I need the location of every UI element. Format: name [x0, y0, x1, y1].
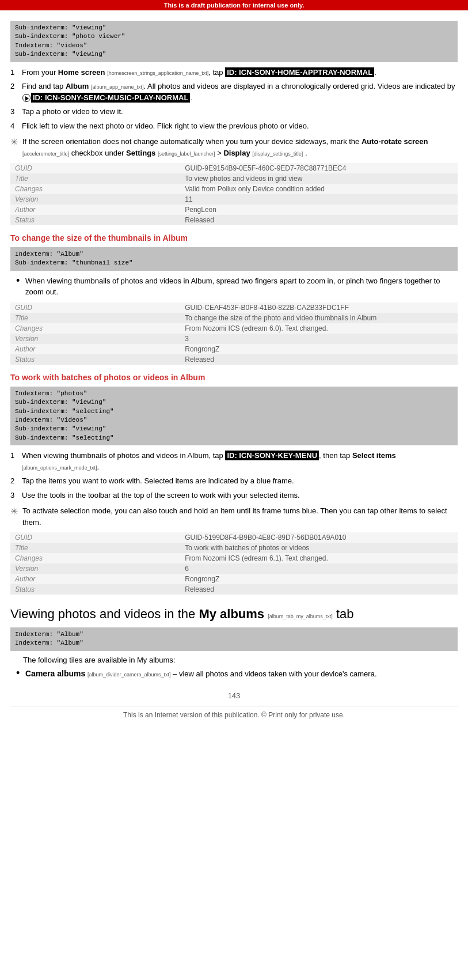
batch-step1-end: .: [97, 463, 100, 471]
meta-value: Released: [180, 354, 458, 365]
meta-table-3: GUIDGUID-5199D8F4-B9B0-4E8C-89D7-56DB01A…: [10, 532, 458, 595]
step-2-after: . All photos and videos are displayed in…: [144, 82, 455, 90]
step-1-after: , tap: [208, 68, 225, 77]
code-block-1: Sub-indexterm: "viewing" Sub-indexterm: …: [10, 21, 458, 62]
camera-bullet-list: • Camera albums [album_divider_camera_al…: [16, 668, 458, 680]
batch-step-3-num: 3: [10, 490, 22, 501]
meta-value: Released: [180, 215, 458, 225]
step-2-end: .: [190, 93, 192, 102]
batch-step1-after: , then tap: [319, 451, 352, 460]
following-text: The following tiles are available in My …: [23, 656, 458, 664]
footer-text: This is an Internet version of this publ…: [10, 706, 458, 719]
meta-label: Version: [10, 334, 180, 344]
tip1-after: >: [215, 149, 224, 157]
camera-bullet-item: • Camera albums [album_divider_camera_al…: [16, 668, 458, 680]
batch-step1-bold1: Select items: [352, 451, 396, 460]
bullet-dot-1: •: [16, 275, 25, 298]
bullet-item-1: • When viewing thumbnails of photos and …: [16, 275, 458, 298]
batch-step-2: 2 Tap the items you want to work with. S…: [10, 475, 458, 487]
meta-value: GUID-CEAF453F-B0F8-41B0-822B-CA2B33FDC1F…: [180, 302, 458, 313]
step-2-num: 2: [10, 81, 22, 103]
tip-icon-1: ✳: [10, 137, 18, 147]
meta-label: Status: [10, 584, 180, 595]
section-2-heading: To work with batches of photos or videos…: [10, 373, 458, 382]
step-1-before: From your: [22, 68, 58, 77]
meta-label: Status: [10, 354, 180, 365]
meta-label: Changes: [10, 553, 180, 563]
page-number: 143: [10, 691, 458, 700]
tip1-bold2: Settings: [126, 149, 155, 157]
meta-table-2: GUIDGUID-CEAF453F-B0F8-41B0-822B-CA2B33F…: [10, 302, 458, 365]
meta-label: Author: [10, 574, 180, 584]
batch-step-3-content: Use the tools in the toolbar at the top …: [22, 490, 458, 501]
meta-label: Version: [10, 563, 180, 574]
tip-1: ✳ If the screen orientation does not cha…: [10, 136, 458, 158]
step-2-highlight: ID: ICN-SONY-SEMC-MUSIC-PLAY-NORMAL: [31, 93, 190, 103]
camera-item-bold: Camera albums: [25, 669, 85, 678]
batch-step-1: 1 When viewing thumbnails of photos and …: [10, 450, 458, 472]
meta-label: Version: [10, 194, 180, 205]
step-4-content: Flick left to view the next photo or vid…: [22, 120, 458, 132]
code-block-4: Indexterm: "Album" Indexterm: "Album": [10, 627, 458, 651]
tip1-bold1: Auto-rotate screen: [362, 137, 428, 146]
tip1-bold3: Display: [223, 149, 250, 157]
batch-step-3: 3 Use the tools in the toolbar at the to…: [10, 490, 458, 501]
meta-label: GUID: [10, 302, 180, 313]
meta-label: GUID: [10, 532, 180, 543]
step-2-before: Find and tap: [22, 82, 66, 90]
camera-item-label: [album_divider_camera_albums_txt]: [87, 672, 171, 678]
step-1: 1 From your Home screen [homescreen_stri…: [10, 67, 458, 78]
step-3: 3 Tap a photo or video to view it.: [10, 106, 458, 118]
meta-value: 3: [180, 334, 458, 344]
batch-step-2-num: 2: [10, 475, 22, 487]
bullet-text-1: When viewing thumbnails of photos and vi…: [25, 275, 458, 298]
meta-value: Valid from Pollux only Device condition …: [180, 184, 458, 194]
step-1-end: .: [374, 68, 376, 77]
steps-list: 1 From your Home screen [homescreen_stri…: [10, 67, 458, 132]
meta-value: RongrongZ: [180, 574, 458, 584]
meta-label: Title: [10, 313, 180, 323]
draft-banner-text: This is a draft publication for internal…: [164, 2, 305, 9]
page-content: Sub-indexterm: "viewing" Sub-indexterm: …: [0, 10, 468, 754]
step-1-label1: [homescreen_strings_application_name_txt…: [107, 70, 208, 76]
large-title-bold: My albums: [199, 607, 264, 621]
meta-value: Released: [180, 584, 458, 595]
camera-item-text: Camera albums [album_divider_camera_albu…: [25, 668, 377, 680]
meta-value: To change the size of the photo and vide…: [180, 313, 458, 323]
meta-value: To view photos and videos in grid view: [180, 173, 458, 184]
batch-step-1-num: 1: [10, 450, 22, 472]
meta-label: Author: [10, 205, 180, 215]
meta-table-1: GUIDGUID-9E9154B9-0E5F-460C-9ED7-78C8877…: [10, 163, 458, 225]
meta-label: Changes: [10, 323, 180, 334]
code-block-3: Indexterm: "photos" Sub-indexterm: "view…: [10, 387, 458, 445]
batch-step1-highlight: ID: ICN-SONY-KEY-MENU: [225, 451, 319, 460]
large-title-after: tab: [333, 607, 354, 621]
step-4: 4 Flick left to view the next photo or v…: [10, 120, 458, 132]
step-1-highlight: ID: ICN-SONY-HOME-APPTRAY-NORMAL: [225, 67, 374, 77]
large-title-label: [album_tab_my_albums_txt]: [268, 614, 333, 619]
meta-value: GUID-5199D8F4-B9B0-4E8C-89D7-56DB01A9A01…: [180, 532, 458, 543]
play-icon: [22, 94, 31, 102]
large-title: Viewing photos and videos in the My albu…: [10, 606, 458, 623]
step-1-content: From your Home screen [homescreen_string…: [22, 67, 458, 78]
section-1-heading: To change the size of the thumbnails in …: [10, 233, 458, 243]
step-2-label1: [album_app_name_txt]: [91, 84, 144, 90]
batch-step1-label1: [album_options_mark_mode_txt]: [22, 465, 97, 471]
batch-step-1-content: When viewing thumbnails of photos and vi…: [22, 450, 458, 472]
step-2-bold1: Album: [66, 82, 89, 90]
camera-bullet-dot: •: [16, 668, 25, 680]
batch-steps-list: 1 When viewing thumbnails of photos and …: [10, 450, 458, 501]
meta-label: Title: [10, 543, 180, 553]
step-3-content: Tap a photo or video to view it.: [22, 106, 458, 118]
meta-label: Title: [10, 173, 180, 184]
tip1-before: If the screen orientation does not chang…: [22, 137, 362, 146]
draft-banner: This is a draft publication for internal…: [0, 0, 468, 10]
tip-2: ✳ To activate selection mode, you can al…: [10, 505, 458, 528]
meta-label: Changes: [10, 184, 180, 194]
step-2: 2 Find and tap Album [album_app_name_txt…: [10, 81, 458, 103]
tip1-label1: [accelerometer_title]: [22, 151, 69, 157]
tip-2-text: To activate selection mode, you can also…: [22, 505, 458, 528]
batch-step1-before: When viewing thumbnails of photos and vi…: [22, 451, 225, 460]
meta-label: Status: [10, 215, 180, 225]
step-4-num: 4: [10, 120, 22, 132]
